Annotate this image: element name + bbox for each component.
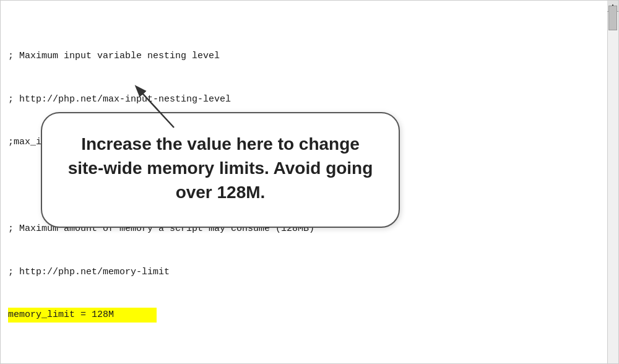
scrollbar-thumb[interactable] xyxy=(608,6,617,30)
editor-line: ; Maximum input variable nesting level xyxy=(8,49,600,63)
editor-line: ; http://php.net/memory-limit xyxy=(8,265,600,279)
editor-highlight-line: memory_limit = 128M xyxy=(8,308,600,322)
editor-line: ; http://php.net/max-input-nesting-level xyxy=(8,92,600,106)
highlighted-text: memory_limit = 128M xyxy=(8,308,157,322)
scrollbar[interactable]: ▲ xyxy=(607,1,618,363)
callout-text: Increase the value here to change site-w… xyxy=(68,134,373,202)
callout-bubble: Increase the value here to change site-w… xyxy=(41,112,400,228)
editor-container: ; Maximum input variable nesting level ;… xyxy=(0,0,619,364)
editor-line xyxy=(8,351,600,363)
